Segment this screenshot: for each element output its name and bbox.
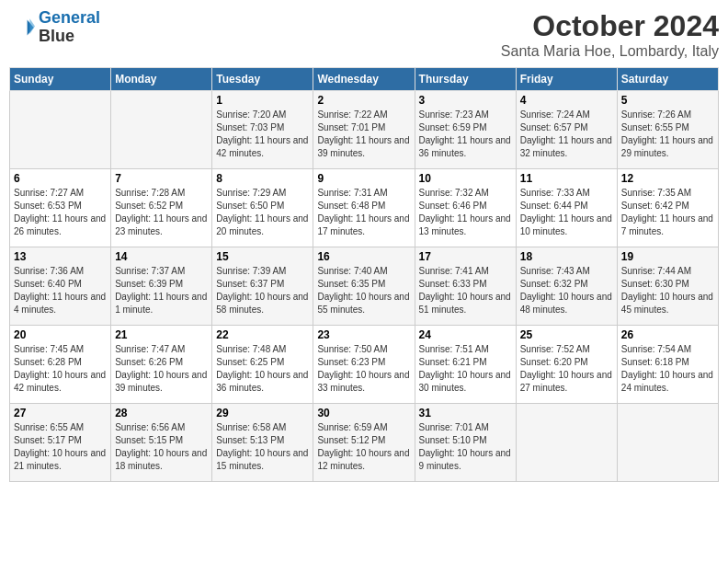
day-info: Sunrise: 7:29 AM Sunset: 6:50 PM Dayligh… (216, 187, 309, 238)
calendar-cell: 21Sunrise: 7:47 AM Sunset: 6:26 PM Dayli… (111, 326, 212, 404)
day-number: 10 (419, 172, 512, 185)
calendar-cell: 4Sunrise: 7:24 AM Sunset: 6:57 PM Daylig… (516, 91, 617, 169)
title-block: October 2024 Santa Maria Hoe, Lombardy, … (501, 9, 719, 60)
day-info: Sunrise: 7:54 AM Sunset: 6:18 PM Dayligh… (621, 343, 714, 395)
calendar-week-3: 13Sunrise: 7:36 AM Sunset: 6:40 PM Dayli… (10, 247, 719, 326)
calendar-cell: 8Sunrise: 7:29 AM Sunset: 6:50 PM Daylig… (212, 169, 313, 247)
calendar-cell: 22Sunrise: 7:48 AM Sunset: 6:25 PM Dayli… (212, 326, 313, 404)
day-number: 12 (621, 172, 714, 185)
calendar-cell: 28Sunrise: 6:56 AM Sunset: 5:15 PM Dayli… (111, 404, 212, 482)
day-number: 31 (419, 407, 512, 419)
calendar-cell: 14Sunrise: 7:37 AM Sunset: 6:39 PM Dayli… (111, 247, 212, 326)
day-info: Sunrise: 6:59 AM Sunset: 5:12 PM Dayligh… (317, 421, 410, 473)
logo-line1: General (39, 8, 100, 27)
calendar-table: SundayMondayTuesdayWednesdayThursdayFrid… (9, 67, 719, 482)
weekday-header-monday: Monday (111, 68, 212, 91)
day-number: 11 (520, 172, 613, 185)
day-info: Sunrise: 7:32 AM Sunset: 6:46 PM Dayligh… (419, 187, 512, 238)
day-number: 26 (621, 328, 714, 341)
day-info: Sunrise: 7:20 AM Sunset: 7:03 PM Dayligh… (216, 109, 309, 160)
day-info: Sunrise: 7:27 AM Sunset: 6:53 PM Dayligh… (14, 187, 107, 238)
calendar-week-5: 27Sunrise: 6:55 AM Sunset: 5:17 PM Dayli… (10, 404, 719, 482)
calendar-cell: 29Sunrise: 6:58 AM Sunset: 5:13 PM Dayli… (212, 404, 313, 482)
day-number: 6 (14, 172, 107, 185)
calendar-cell: 12Sunrise: 7:35 AM Sunset: 6:42 PM Dayli… (617, 169, 718, 247)
logo-line2: Blue (39, 28, 100, 46)
calendar-cell: 9Sunrise: 7:31 AM Sunset: 6:48 PM Daylig… (313, 169, 415, 247)
day-number: 13 (14, 250, 107, 263)
day-number: 28 (115, 407, 208, 419)
day-number: 25 (520, 328, 613, 341)
day-number: 29 (216, 407, 309, 419)
calendar-cell: 27Sunrise: 6:55 AM Sunset: 5:17 PM Dayli… (10, 404, 111, 482)
day-number: 4 (520, 94, 613, 107)
day-info: Sunrise: 6:56 AM Sunset: 5:15 PM Dayligh… (115, 421, 208, 473)
calendar-cell: 24Sunrise: 7:51 AM Sunset: 6:21 PM Dayli… (415, 326, 516, 404)
day-number: 8 (216, 172, 309, 185)
calendar-cell: 25Sunrise: 7:52 AM Sunset: 6:20 PM Dayli… (516, 326, 617, 404)
day-info: Sunrise: 7:40 AM Sunset: 6:35 PM Dayligh… (317, 265, 410, 316)
day-number: 7 (115, 172, 208, 185)
day-number: 17 (419, 250, 512, 263)
day-info: Sunrise: 7:41 AM Sunset: 6:33 PM Dayligh… (419, 265, 512, 316)
weekday-header-row: SundayMondayTuesdayWednesdayThursdayFrid… (10, 68, 719, 91)
calendar-body: 1Sunrise: 7:20 AM Sunset: 7:03 PM Daylig… (10, 91, 719, 482)
day-number: 1 (216, 94, 309, 107)
day-number: 24 (419, 328, 512, 341)
day-number: 27 (14, 407, 107, 419)
day-number: 19 (621, 250, 714, 263)
calendar-cell: 30Sunrise: 6:59 AM Sunset: 5:12 PM Dayli… (313, 404, 415, 482)
calendar-cell: 5Sunrise: 7:26 AM Sunset: 6:55 PM Daylig… (617, 91, 718, 169)
day-info: Sunrise: 7:35 AM Sunset: 6:42 PM Dayligh… (621, 187, 714, 238)
calendar-cell: 11Sunrise: 7:33 AM Sunset: 6:44 PM Dayli… (516, 169, 617, 247)
calendar-cell: 3Sunrise: 7:23 AM Sunset: 6:59 PM Daylig… (415, 91, 516, 169)
calendar-cell: 19Sunrise: 7:44 AM Sunset: 6:30 PM Dayli… (617, 247, 718, 326)
calendar-cell (10, 91, 111, 169)
calendar-cell (516, 404, 617, 482)
calendar-cell: 20Sunrise: 7:45 AM Sunset: 6:28 PM Dayli… (10, 326, 111, 404)
month-title: October 2024 (501, 9, 719, 43)
weekday-header-friday: Friday (516, 68, 617, 91)
day-info: Sunrise: 7:24 AM Sunset: 6:57 PM Dayligh… (520, 109, 613, 160)
day-number: 21 (115, 328, 208, 341)
day-info: Sunrise: 7:26 AM Sunset: 6:55 PM Dayligh… (621, 109, 714, 160)
calendar-cell: 15Sunrise: 7:39 AM Sunset: 6:37 PM Dayli… (212, 247, 313, 326)
day-info: Sunrise: 7:22 AM Sunset: 7:01 PM Dayligh… (317, 109, 410, 160)
day-info: Sunrise: 7:28 AM Sunset: 6:52 PM Dayligh… (115, 187, 208, 238)
calendar-week-1: 1Sunrise: 7:20 AM Sunset: 7:03 PM Daylig… (10, 91, 719, 169)
day-number: 5 (621, 94, 714, 107)
logo-icon (9, 15, 35, 40)
calendar-cell: 18Sunrise: 7:43 AM Sunset: 6:32 PM Dayli… (516, 247, 617, 326)
day-number: 18 (520, 250, 613, 263)
logo: General Blue (9, 9, 100, 46)
day-number: 9 (317, 172, 410, 185)
day-info: Sunrise: 7:37 AM Sunset: 6:39 PM Dayligh… (115, 265, 208, 316)
day-number: 15 (216, 250, 309, 263)
calendar-cell: 7Sunrise: 7:28 AM Sunset: 6:52 PM Daylig… (111, 169, 212, 247)
weekday-header-thursday: Thursday (415, 68, 516, 91)
weekday-header-saturday: Saturday (617, 68, 718, 91)
calendar-cell: 16Sunrise: 7:40 AM Sunset: 6:35 PM Dayli… (313, 247, 415, 326)
page-header: General Blue October 2024 Santa Maria Ho… (9, 9, 719, 60)
day-number: 23 (317, 328, 410, 341)
day-info: Sunrise: 7:39 AM Sunset: 6:37 PM Dayligh… (216, 265, 309, 316)
day-info: Sunrise: 7:23 AM Sunset: 6:59 PM Dayligh… (419, 109, 512, 160)
day-info: Sunrise: 7:36 AM Sunset: 6:40 PM Dayligh… (14, 265, 107, 316)
day-number: 16 (317, 250, 410, 263)
calendar-cell: 17Sunrise: 7:41 AM Sunset: 6:33 PM Dayli… (415, 247, 516, 326)
day-info: Sunrise: 7:31 AM Sunset: 6:48 PM Dayligh… (317, 187, 410, 238)
weekday-header-sunday: Sunday (10, 68, 111, 91)
day-number: 22 (216, 328, 309, 341)
calendar-cell: 6Sunrise: 7:27 AM Sunset: 6:53 PM Daylig… (10, 169, 111, 247)
day-info: Sunrise: 7:52 AM Sunset: 6:20 PM Dayligh… (520, 343, 613, 395)
calendar-week-2: 6Sunrise: 7:27 AM Sunset: 6:53 PM Daylig… (10, 169, 719, 247)
day-number: 3 (419, 94, 512, 107)
calendar-cell: 31Sunrise: 7:01 AM Sunset: 5:10 PM Dayli… (415, 404, 516, 482)
calendar-cell (617, 404, 718, 482)
day-info: Sunrise: 7:33 AM Sunset: 6:44 PM Dayligh… (520, 187, 613, 238)
calendar-cell: 23Sunrise: 7:50 AM Sunset: 6:23 PM Dayli… (313, 326, 415, 404)
calendar-header: SundayMondayTuesdayWednesdayThursdayFrid… (10, 68, 719, 91)
calendar-cell (111, 91, 212, 169)
day-info: Sunrise: 7:44 AM Sunset: 6:30 PM Dayligh… (621, 265, 714, 316)
calendar-cell: 13Sunrise: 7:36 AM Sunset: 6:40 PM Dayli… (10, 247, 111, 326)
